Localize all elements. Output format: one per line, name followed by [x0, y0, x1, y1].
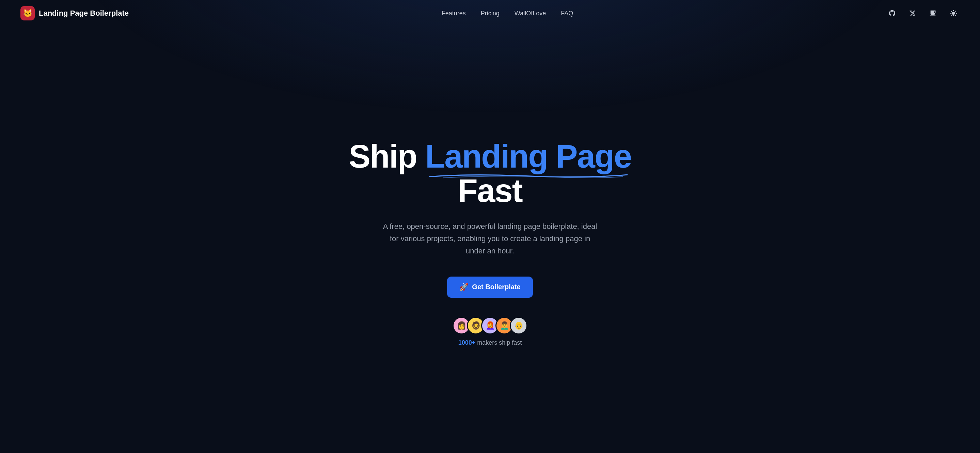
makers-count: 1000+ [458, 339, 476, 346]
nav-icon-group [886, 7, 959, 19]
brand-name: Landing Page Boilerplate [39, 9, 129, 18]
nav-links: Features Pricing WallOfLove FAQ [442, 10, 573, 17]
theme-toggle-btn[interactable] [947, 7, 959, 19]
hero-section: Ship Landing Page Fast A free, open-sour… [0, 27, 980, 452]
nav-link-walloflove[interactable]: WallOfLove [514, 10, 546, 17]
rocket-icon: 🚀 [459, 283, 469, 292]
avatar-group: 👩 🧔 👩‍🦰 👨‍🦱 👴 1000+ makers ship fast [453, 317, 527, 346]
avatar-5: 👴 [510, 317, 527, 335]
makers-label: makers ship fast [477, 339, 522, 346]
logo-link[interactable]: 🐱 Landing Page Boilerplate [21, 6, 129, 21]
cta-button[interactable]: 🚀 Get Boilerplate [447, 277, 533, 298]
hero-title-highlight: Landing Page [425, 139, 631, 174]
hero-title-start: Ship [349, 138, 425, 174]
hero-title: Ship Landing Page Fast [320, 139, 660, 208]
x-twitter-icon-btn[interactable] [907, 7, 919, 19]
makers-text: 1000+ makers ship fast [458, 339, 522, 346]
navbar: 🐱 Landing Page Boilerplate Features Pric… [0, 0, 980, 27]
coffee-icon-btn[interactable] [927, 7, 939, 19]
avatars-row: 👩 🧔 👩‍🦰 👨‍🦱 👴 [453, 317, 527, 335]
cta-label: Get Boilerplate [472, 283, 520, 291]
nav-link-faq[interactable]: FAQ [561, 10, 573, 17]
logo-icon: 🐱 [21, 6, 35, 21]
github-icon-btn[interactable] [886, 7, 898, 19]
nav-link-features[interactable]: Features [442, 10, 466, 17]
hero-subtitle: A free, open-source, and powerful landin… [381, 220, 599, 257]
nav-link-pricing[interactable]: Pricing [481, 10, 500, 17]
